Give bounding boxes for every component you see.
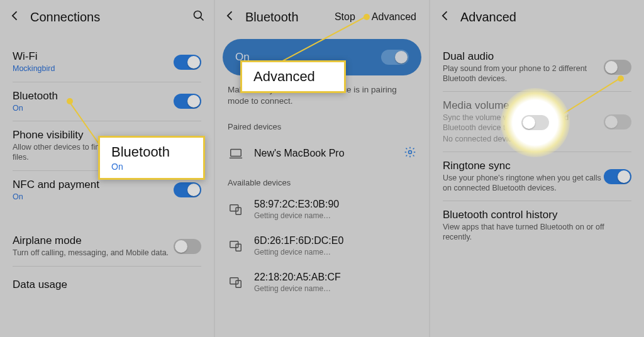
row-data-usage[interactable]: Data usage <box>0 267 214 303</box>
device-status: Getting device name… <box>254 211 416 220</box>
ringtone-sub: Use your phone's ringtone when you get c… <box>443 174 604 193</box>
header: Advanced <box>430 0 644 34</box>
device-status: Getting device name… <box>254 284 416 293</box>
devices-icon <box>228 239 244 253</box>
wifi-title: Wi-Fi <box>13 50 174 63</box>
available-header: Available devices <box>215 172 429 191</box>
header-title: Bluetooth <box>245 10 299 25</box>
airplane-sub: Turn off calling, messaging, and Mobile … <box>13 248 174 258</box>
row-ringtone-sync[interactable]: Ringtone sync Use your phone's ringtone … <box>430 152 644 201</box>
header: Bluetooth Stop Advanced <box>215 0 429 34</box>
back-icon[interactable] <box>9 9 21 25</box>
laptop-icon <box>228 146 244 160</box>
back-icon[interactable] <box>224 9 236 25</box>
header-title: Connections <box>30 10 100 25</box>
bluetooth-sub: On <box>13 104 174 114</box>
callout-title: Bluetooth <box>111 144 192 160</box>
data-usage-title: Data usage <box>13 279 201 291</box>
svg-point-0 <box>194 11 202 19</box>
nfc-sub: On <box>13 192 174 202</box>
history-sub: View apps that have turned Bluetooth on … <box>443 223 631 242</box>
bluetooth-title: Bluetooth <box>13 90 174 102</box>
highlight-dot <box>67 98 73 104</box>
device-status: Getting device name… <box>254 248 416 257</box>
devices-icon <box>228 275 244 289</box>
gear-icon[interactable] <box>404 146 416 161</box>
callout-bluetooth: Bluetooth On <box>98 136 205 180</box>
row-airplane[interactable]: Airplane mode Turn off calling, messagin… <box>0 227 214 266</box>
device-mac: 6D:26:1F:6D:DC:E0 <box>254 235 416 246</box>
screen-bluetooth: Bluetooth Stop Advanced On Make sure you… <box>215 0 430 337</box>
row-bt-history[interactable]: Bluetooth control history View apps that… <box>430 201 644 250</box>
screen-connections: Connections Wi-Fi Mockingbird Bluetooth … <box>0 0 215 337</box>
available-device[interactable]: 22:18:20:A5:AB:CF Getting device name… <box>215 264 429 301</box>
highlight-dot <box>618 75 624 82</box>
dual-audio-toggle[interactable] <box>604 60 631 75</box>
device-mac: 58:97:2C:E3:0B:90 <box>254 199 416 210</box>
devices-icon <box>228 202 244 216</box>
wifi-toggle[interactable] <box>174 55 201 70</box>
search-icon[interactable] <box>192 9 205 25</box>
bluetooth-master-toggle[interactable] <box>381 50 409 65</box>
ringtone-toggle[interactable] <box>604 169 631 184</box>
paired-device[interactable]: New's MacBook Pro <box>215 135 429 172</box>
nfc-toggle[interactable] <box>174 182 201 197</box>
available-device[interactable]: 6D:26:1F:6D:DC:E0 Getting device name… <box>215 228 429 264</box>
row-bluetooth[interactable]: Bluetooth On <box>0 82 214 121</box>
svg-rect-2 <box>231 150 242 157</box>
highlight-dot <box>364 14 370 20</box>
callout-advanced: Advanced <box>240 60 346 93</box>
callout-title: Advanced <box>253 69 333 85</box>
header-title: Advanced <box>460 10 516 25</box>
dual-audio-title: Dual audio <box>443 50 604 63</box>
spotlight-toggle-inner <box>521 115 549 130</box>
screen-advanced: Advanced Dual audio Play sound from your… <box>430 0 644 337</box>
bluetooth-toggle[interactable] <box>174 94 201 109</box>
advanced-action[interactable]: Advanced <box>368 11 420 23</box>
media-volume-toggle <box>604 114 631 130</box>
available-device[interactable]: 58:97:2C:E3:0B:90 Getting device name… <box>215 191 429 228</box>
svg-line-1 <box>201 18 204 21</box>
paired-header: Paired devices <box>215 116 429 135</box>
svg-point-4 <box>409 151 412 154</box>
back-icon[interactable] <box>439 9 452 25</box>
device-mac: 22:18:20:A5:AB:CF <box>254 272 416 283</box>
airplane-toggle[interactable] <box>174 239 201 254</box>
airplane-title: Airplane mode <box>13 235 174 247</box>
history-title: Bluetooth control history <box>443 209 631 221</box>
row-wifi[interactable]: Wi-Fi Mockingbird <box>0 43 214 82</box>
nfc-title: NFC and payment <box>13 179 174 191</box>
dual-audio-sub: Play sound from your phone to 2 differen… <box>443 64 604 84</box>
ringtone-title: Ringtone sync <box>443 160 604 172</box>
device-name: New's MacBook Pro <box>254 148 394 159</box>
header: Connections <box>0 0 214 34</box>
callout-sub: On <box>111 162 192 172</box>
spotlight-toggle <box>501 88 570 157</box>
wifi-sub: Mockingbird <box>13 64 174 74</box>
